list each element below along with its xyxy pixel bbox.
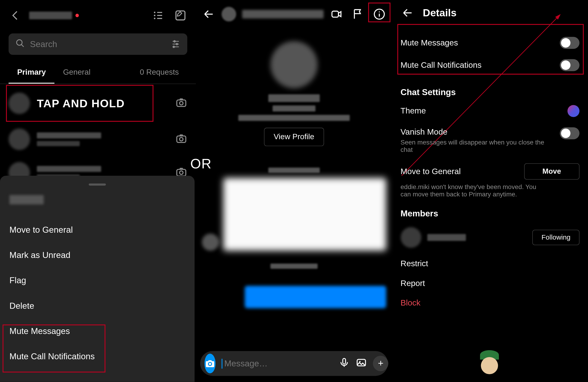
move-general-label: Move to General bbox=[400, 167, 461, 176]
svg-rect-15 bbox=[177, 100, 186, 106]
sent-message bbox=[245, 286, 386, 308]
vanish-mode-toggle[interactable] bbox=[560, 127, 580, 139]
chat-username[interactable] bbox=[242, 10, 323, 18]
cm-mark-unread[interactable]: Mark as Unread bbox=[9, 243, 185, 268]
vanish-mode-label: Vanish Mode bbox=[400, 127, 546, 137]
chat-settings-header: Chat Settings bbox=[400, 87, 580, 97]
cm-delete[interactable]: Delete bbox=[9, 293, 185, 318]
watermark-mascot-icon bbox=[477, 349, 502, 380]
theme-swatch-icon bbox=[567, 105, 580, 117]
details-header: Details bbox=[400, 0, 580, 20]
chat-avatar[interactable] bbox=[222, 7, 236, 21]
context-menu: Move to General Mark as Unread Flag Dele… bbox=[0, 176, 194, 382]
restrict-row[interactable]: Restrict bbox=[400, 254, 580, 274]
search-input[interactable] bbox=[30, 39, 166, 49]
move-general-sub: eddie.miki won't know they've been moved… bbox=[400, 183, 546, 197]
dm-list-header bbox=[0, 0, 196, 27]
chat-messages bbox=[196, 168, 392, 308]
flag-icon[interactable] bbox=[351, 7, 364, 21]
info-icon[interactable] bbox=[372, 7, 386, 21]
mute-calls-label: Mute Call Notifications bbox=[400, 60, 482, 70]
svg-point-20 bbox=[180, 171, 183, 174]
chat-header bbox=[196, 0, 392, 28]
cm-mute-messages[interactable]: Mute Messages bbox=[9, 318, 185, 344]
list-icon[interactable] bbox=[151, 8, 165, 22]
cm-flag[interactable]: Flag bbox=[9, 268, 185, 293]
svg-rect-21 bbox=[332, 11, 338, 17]
account-title[interactable] bbox=[29, 11, 145, 19]
svg-point-16 bbox=[180, 102, 183, 105]
report-row[interactable]: Report bbox=[400, 274, 580, 293]
profile-avatar bbox=[270, 41, 317, 88]
block-row[interactable]: Block bbox=[400, 293, 580, 313]
svg-point-18 bbox=[180, 137, 183, 141]
compose-bar: + bbox=[200, 351, 388, 376]
received-message bbox=[223, 178, 386, 251]
chat-list: TAP AND HOLD bbox=[0, 84, 196, 190]
video-call-icon[interactable] bbox=[329, 7, 343, 21]
vanish-mode-row: Vanish Mode Seen messages will disappear… bbox=[400, 122, 580, 158]
compose-input[interactable] bbox=[222, 359, 333, 368]
mute-calls-toggle[interactable] bbox=[560, 59, 580, 71]
svg-point-7 bbox=[17, 40, 22, 45]
svg-line-8 bbox=[21, 44, 24, 47]
svg-rect-19 bbox=[177, 169, 186, 176]
filter-icon[interactable] bbox=[171, 39, 181, 50]
svg-point-4 bbox=[154, 18, 156, 19]
svg-point-2 bbox=[154, 15, 156, 16]
view-profile-button[interactable]: View Profile bbox=[264, 128, 324, 146]
avatar bbox=[202, 233, 219, 251]
back-arrow-icon[interactable] bbox=[400, 6, 414, 20]
chat-row[interactable] bbox=[0, 123, 196, 156]
member-name bbox=[427, 234, 465, 241]
or-annotation: OR bbox=[190, 156, 212, 172]
camera-button[interactable] bbox=[205, 354, 216, 373]
mic-icon[interactable] bbox=[339, 357, 350, 370]
svg-point-24 bbox=[378, 11, 379, 12]
back-arrow-icon[interactable] bbox=[8, 8, 22, 22]
avatar bbox=[8, 129, 30, 150]
chat-row[interactable]: TAP AND HOLD bbox=[0, 84, 196, 123]
details-panel: Details Mute Messages Mute Call Notifica… bbox=[392, 0, 588, 382]
mute-messages-toggle[interactable] bbox=[560, 37, 580, 49]
dm-list-panel: Primary General 0 Requests TAP AND HOLD … bbox=[0, 0, 196, 382]
search-icon bbox=[15, 39, 25, 50]
chat-profile-summary: View Profile bbox=[196, 28, 392, 155]
camera-icon[interactable] bbox=[175, 132, 188, 146]
tab-primary[interactable]: Primary bbox=[8, 62, 54, 84]
mute-calls-row: Mute Call Notifications bbox=[400, 54, 580, 76]
following-button[interactable]: Following bbox=[532, 230, 580, 245]
svg-point-0 bbox=[154, 12, 156, 13]
svg-rect-17 bbox=[177, 136, 186, 142]
members-header: Members bbox=[400, 209, 580, 219]
vanish-mode-sub: Seen messages will disappear when you cl… bbox=[400, 139, 546, 153]
chat-panel: View Profile + bbox=[196, 0, 392, 382]
context-menu-user bbox=[9, 195, 44, 204]
mute-messages-row: Mute Messages bbox=[400, 32, 580, 54]
grabber-icon[interactable] bbox=[89, 184, 106, 186]
member-row: Following bbox=[400, 221, 580, 254]
compose-icon[interactable] bbox=[174, 8, 188, 22]
camera-icon[interactable] bbox=[175, 96, 188, 110]
plus-button[interactable]: + bbox=[373, 356, 388, 371]
cm-mute-calls[interactable]: Mute Call Notifications bbox=[9, 344, 185, 369]
search-bar[interactable] bbox=[8, 34, 188, 55]
theme-label: Theme bbox=[400, 106, 426, 116]
mute-messages-label: Mute Messages bbox=[400, 38, 458, 47]
gallery-icon[interactable] bbox=[356, 357, 367, 370]
theme-row[interactable]: Theme bbox=[400, 100, 580, 122]
notification-dot-icon bbox=[75, 14, 79, 17]
member-avatar[interactable] bbox=[400, 227, 421, 248]
back-arrow-icon[interactable] bbox=[202, 7, 216, 21]
tab-requests[interactable]: 0 Requests bbox=[131, 62, 188, 84]
tap-hold-annotation: TAP AND HOLD bbox=[37, 97, 125, 110]
tab-general[interactable]: General bbox=[54, 62, 99, 84]
cm-move-general[interactable]: Move to General bbox=[9, 217, 185, 243]
dm-tabs: Primary General 0 Requests bbox=[0, 62, 196, 84]
move-button[interactable]: Move bbox=[524, 163, 580, 180]
svg-rect-26 bbox=[343, 358, 346, 364]
details-title: Details bbox=[423, 7, 457, 19]
avatar bbox=[8, 93, 30, 114]
move-general-row: Move to General Move bbox=[400, 158, 580, 185]
